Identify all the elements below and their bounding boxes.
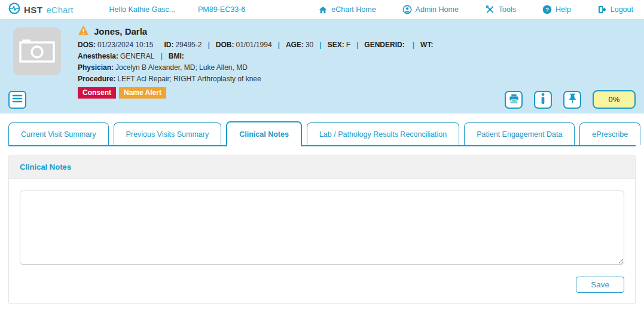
warning-icon (78, 25, 89, 38)
field-value: 01/01/1994 (236, 39, 272, 51)
save-button[interactable]: Save (576, 277, 624, 293)
separator: | (278, 39, 280, 51)
pin-button[interactable] (563, 91, 581, 109)
tab-previous-visits-summary[interactable]: Previous Visits Summary (114, 122, 222, 145)
brand-echart-text: eChart (47, 5, 74, 15)
patient-photo-placeholder[interactable] (13, 27, 61, 75)
patient-header: Jones, Darla DOS:01/23/2024 10:15 ID:294… (0, 19, 644, 114)
print-button[interactable] (505, 91, 523, 109)
separator: | (319, 39, 321, 51)
patient-info-line-1: DOS:01/23/2024 10:15 ID:29495-2 | DOB:01… (78, 39, 435, 51)
field-label: AGE: (286, 39, 304, 51)
nav-tools[interactable]: Tools (472, 5, 529, 14)
nav-help[interactable]: ? Help (529, 5, 584, 14)
facility-code[interactable]: PM89-EC33-6 (198, 5, 245, 14)
field-value: 01/23/2024 10:15 (97, 39, 153, 51)
app-logo[interactable]: HST eChart (8, 2, 74, 17)
patient-info-line-2: Anesthesia:GENERAL | BMI: (78, 51, 435, 62)
nav-label: Help (556, 5, 571, 14)
panel-header: Clinical Notes (9, 155, 635, 179)
nav-echart-home[interactable]: eChart Home (305, 5, 389, 14)
svg-text:?: ? (545, 7, 549, 13)
camera-icon (19, 37, 56, 66)
info-button[interactable] (534, 91, 552, 109)
menu-button[interactable] (8, 91, 26, 109)
patient-name: Jones, Darla (94, 26, 147, 36)
field-value: F (346, 39, 350, 51)
separator: | (413, 39, 414, 51)
field-label: Physician: (78, 62, 114, 73)
panel-title: Clinical Notes (20, 162, 71, 171)
clinical-notes-textarea[interactable] (20, 191, 624, 265)
nav-label: Logout (611, 5, 633, 14)
field-label: Procedure: (78, 73, 115, 85)
field-value: LEFT Acl Repair; RIGHT Arthroplasty of k… (117, 73, 261, 85)
admin-icon (402, 5, 412, 14)
separator: | (207, 39, 209, 51)
field-label: DOB: (216, 39, 234, 51)
panel-body: Save (9, 179, 635, 303)
clinical-notes-panel: Clinical Notes Save (8, 155, 636, 304)
field-label: ID: (164, 39, 173, 51)
field-label: WT: (420, 39, 433, 51)
nav-label: Admin Home (416, 5, 459, 14)
tab-current-visit-summary[interactable]: Current Visit Summary (8, 122, 109, 145)
tab-lab-pathology-results-reconciliation[interactable]: Lab / Pathology Results Reconciliation (307, 122, 459, 145)
tab-bar: Current Visit Summary Previous Visits Su… (8, 121, 636, 146)
separator: | (356, 39, 358, 51)
pin-icon (568, 93, 577, 106)
field-label: Anesthesia: (78, 51, 118, 62)
top-navigation-bar: HST eChart Hello Kathie Gasc... PM89-EC3… (0, 0, 644, 19)
patient-physician-line: Physician:Jocelyn B Alexander, MD; Luke … (78, 62, 435, 73)
field-value: Jocelyn B Alexander, MD; Luke Allen, MD (115, 62, 248, 73)
field-value: 29495-2 (175, 39, 202, 51)
nav-admin-home[interactable]: Admin Home (389, 5, 472, 14)
nav-label: Tools (499, 5, 516, 14)
nav-logout[interactable]: Logout (584, 5, 638, 14)
info-icon (541, 93, 545, 106)
patient-procedure-line: Procedure:LEFT Acl Repair; RIGHT Arthrop… (78, 73, 435, 85)
field-label: DOS: (78, 39, 96, 51)
nav-label: eChart Home (331, 5, 376, 14)
brand-hst-text: HST (24, 5, 43, 15)
hamburger-icon (12, 94, 23, 105)
tab-bar-wrap: Current Visit Summary Previous Visits Su… (0, 114, 644, 146)
field-value: 30 (306, 39, 313, 51)
tab-eprescribe[interactable]: ePrescribe (579, 122, 640, 145)
field-value: GENERAL (120, 51, 154, 62)
tab-patient-engagement-data[interactable]: Patient Engagement Data (464, 122, 575, 145)
pulse-logo-icon (8, 2, 20, 17)
separator: | (160, 51, 162, 62)
field-label: BMI: (169, 51, 184, 62)
tab-clinical-notes[interactable]: Clinical Notes (226, 121, 302, 146)
logout-icon (597, 5, 607, 14)
tools-icon (485, 5, 495, 14)
chart-completion-badge[interactable]: 0% (593, 90, 636, 109)
user-greeting[interactable]: Hello Kathie Gasc... (109, 5, 175, 14)
home-icon (318, 5, 328, 14)
help-icon: ? (542, 5, 552, 14)
printer-icon (509, 94, 519, 106)
topbar-nav: eChart Home Admin Home Tools ? Help Logo… (305, 5, 638, 14)
field-label: GENDERID: (364, 39, 404, 51)
field-label: SEX: (328, 39, 344, 51)
